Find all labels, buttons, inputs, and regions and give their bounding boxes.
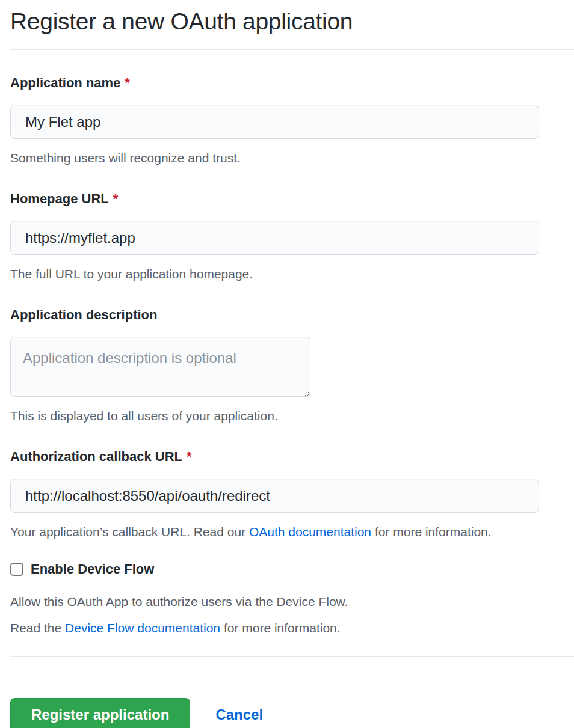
actions-divider <box>10 656 574 657</box>
callback-url-input[interactable] <box>10 479 539 513</box>
device-flow-row: Enable Device Flow <box>10 561 574 578</box>
homepage-url-help: The full URL to your application homepag… <box>10 266 574 283</box>
callback-url-help-suffix: for more information. <box>371 525 492 539</box>
device-flow-checkbox[interactable] <box>10 563 23 576</box>
application-name-label: Application name* <box>10 75 574 91</box>
cancel-link[interactable]: Cancel <box>215 706 263 723</box>
homepage-url-label-text: Homepage URL <box>10 191 109 206</box>
register-application-button[interactable]: Register application <box>10 698 190 728</box>
device-flow-documentation-link[interactable]: Device Flow documentation <box>65 621 220 635</box>
required-asterisk: * <box>187 449 192 464</box>
application-description-help: This is displayed to all users of your a… <box>10 408 574 424</box>
device-flow-note-prefix: Read the <box>10 621 65 635</box>
form-actions: Register application Cancel <box>10 676 574 728</box>
callback-url-help: Your application’s callback URL. Read ou… <box>10 524 574 540</box>
application-description-label: Application description <box>10 307 574 323</box>
callback-url-label-text: Authorization callback URL <box>10 449 182 464</box>
application-name-help: Something users will recognize and trust… <box>10 150 574 167</box>
homepage-url-input[interactable] <box>10 221 539 255</box>
application-description-textarea[interactable] <box>10 337 310 397</box>
page-title: Register a new OAuth application <box>10 0 574 49</box>
required-asterisk: * <box>113 191 119 206</box>
device-flow-label[interactable]: Enable Device Flow <box>31 561 154 578</box>
callback-url-label: Authorization callback URL* <box>10 448 574 465</box>
required-asterisk: * <box>125 75 130 90</box>
oauth-register-form: Register a new OAuth application <box>0 0 574 49</box>
application-name-input[interactable] <box>10 105 539 139</box>
device-flow-help: Allow this OAuth App to authorize users … <box>10 593 574 610</box>
homepage-url-label: Homepage URL* <box>10 191 574 207</box>
device-flow-note-suffix: for more information. <box>220 621 341 635</box>
oauth-documentation-link[interactable]: OAuth documentation <box>249 525 371 539</box>
application-name-label-text: Application name <box>10 75 120 90</box>
callback-url-help-prefix: Your application’s callback URL. Read ou… <box>10 525 249 539</box>
header-divider <box>10 49 574 50</box>
device-flow-note: Read the Device Flow documentation for m… <box>10 620 574 637</box>
